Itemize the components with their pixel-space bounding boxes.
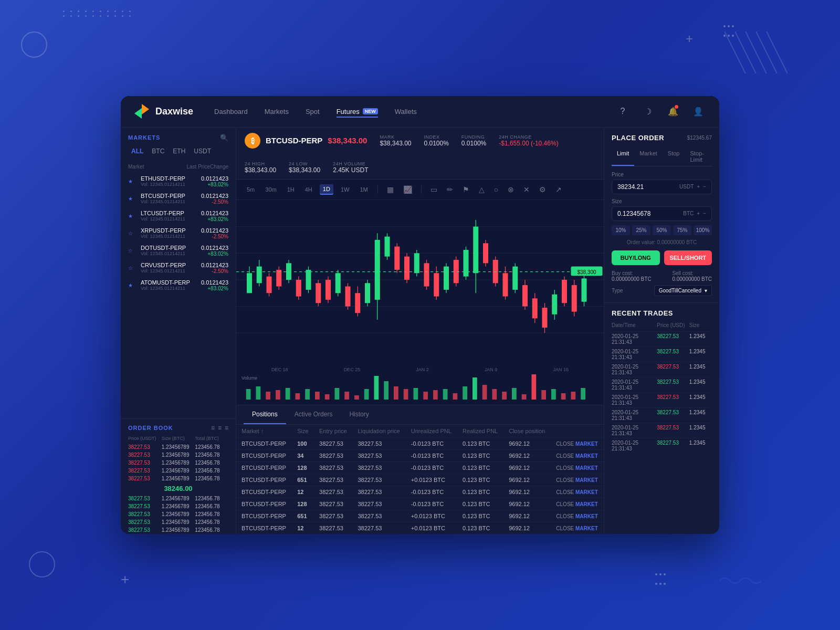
chart-date-labels: DEC 18 DEC 25 JAN 2 JAN 9 JAN 16	[236, 366, 604, 373]
ot-market[interactable]: Market	[634, 147, 663, 166]
bell-icon[interactable]: 🔔	[665, 103, 681, 120]
market-row-3[interactable]: ☆ XRPUSDT-PERP Vol: 12345.01214211 0.012…	[121, 225, 236, 242]
ot-stop[interactable]: Stop	[663, 147, 685, 166]
nav-markets[interactable]: Markets	[265, 106, 289, 118]
price-plus[interactable]: +	[697, 184, 700, 190]
th-market: Market ↑	[236, 425, 292, 438]
pct-100[interactable]: 100%	[694, 225, 712, 235]
nav-wallets[interactable]: Wallets	[395, 106, 417, 118]
ob-icon-2[interactable]: ≡	[218, 424, 222, 432]
help-icon[interactable]: ?	[614, 103, 631, 120]
filter-btc[interactable]: BTC	[149, 146, 167, 156]
size-plus[interactable]: +	[697, 211, 700, 216]
close-market-1[interactable]: MARKET	[575, 453, 598, 459]
bid-price-4: 38227.53	[128, 527, 162, 533]
close-market-3[interactable]: MARKET	[575, 477, 598, 483]
sell-short-button[interactable]: SELL/SHORT	[664, 250, 712, 265]
market-row-6[interactable]: ★ ATOMUSDT-PERP Vol: 12345.01214211 0.01…	[121, 277, 236, 294]
type-select[interactable]: GoodTillCancelled ▾	[654, 285, 712, 296]
tab-active-orders[interactable]: Active Orders	[286, 405, 341, 424]
filter-all[interactable]: ALL	[128, 146, 146, 156]
star-icon-2[interactable]: ★	[128, 213, 138, 219]
line-chart-icon[interactable]: 📈	[401, 184, 415, 195]
svg-rect-27	[316, 283, 321, 303]
close-market-7[interactable]: MARKET	[575, 526, 598, 531]
logo[interactable]: Daxwise	[133, 103, 193, 120]
tab-history[interactable]: History	[341, 405, 377, 424]
pct-10[interactable]: 10%	[612, 225, 630, 235]
settings-chart-icon[interactable]: ⚙	[537, 184, 549, 195]
price-label: Price	[612, 172, 712, 177]
market-change-3: -2.50%	[212, 234, 228, 239]
pen-tool-icon[interactable]: ✏	[444, 184, 456, 195]
price-input[interactable]: 38234.21 USDT + −	[612, 180, 712, 194]
th-liq: Liquidation price	[352, 425, 405, 438]
ask-total-4: 123456.78	[195, 476, 228, 481]
expand-chart-icon[interactable]: ↗	[553, 184, 564, 195]
filter-usdt[interactable]: USDT	[191, 146, 214, 156]
star-icon-4[interactable]: ☆	[128, 248, 138, 254]
star-icon-0[interactable]: ★	[128, 178, 138, 184]
market-row-0[interactable]: ★ ETHUSDT-PERP Vol: 12345.01214211 0.012…	[121, 173, 236, 190]
tab-positions[interactable]: Positions	[244, 405, 286, 424]
ask-size-3: 1.23456789	[162, 468, 195, 474]
pct-25[interactable]: 25%	[632, 225, 650, 235]
ot-stop-limit[interactable]: Stop-Limit	[685, 147, 712, 166]
star-icon-6[interactable]: ★	[128, 282, 138, 288]
rt-time-4: 2020-01-25 21:31:43	[612, 394, 657, 406]
close-market-6[interactable]: MARKET	[575, 513, 598, 519]
pos-market-3: BTCUSDT-PERP	[236, 474, 292, 486]
filter-eth[interactable]: ETH	[170, 146, 188, 156]
time-5m[interactable]: 5m	[244, 185, 258, 194]
market-row-5[interactable]: ☆ CRVUSDT-PERP Vol: 12345.01214211 0.012…	[121, 259, 236, 277]
ot-limit[interactable]: Limit	[612, 147, 634, 166]
size-minus[interactable]: −	[703, 211, 706, 216]
market-row-4[interactable]: ☆ DOTUSDT-PERP Vol: 12345.01214211 0.012…	[121, 242, 236, 259]
cross-tool-icon[interactable]: ✕	[521, 184, 532, 195]
po-title: PLACE ORDER	[612, 134, 664, 142]
ob-icon-1[interactable]: ≡	[211, 424, 215, 432]
candle-chart-icon[interactable]: ▦	[384, 184, 396, 195]
star-icon-1[interactable]: ★	[128, 196, 138, 202]
pct-50[interactable]: 50%	[653, 225, 671, 235]
svg-rect-77	[562, 280, 567, 303]
price-minus[interactable]: −	[703, 184, 706, 190]
market-row-1[interactable]: ★ BTCUSDT-PERP Vol: 12345.01214211 0.012…	[121, 190, 236, 207]
time-4h[interactable]: 4H	[302, 185, 316, 194]
nav-futures[interactable]: Futures NEW	[337, 106, 378, 118]
size-input[interactable]: 0.12345678 BTC + −	[612, 206, 712, 221]
nav-spot[interactable]: Spot	[306, 106, 320, 118]
market-row-2[interactable]: ★ LTCUSDT-PERP Vol: 12345.01214211 0.012…	[121, 207, 236, 225]
triangle-tool-icon[interactable]: △	[476, 184, 487, 195]
ob-icon-3[interactable]: ≡	[225, 424, 228, 432]
star-icon-3[interactable]: ☆	[128, 230, 138, 236]
market-price-5: 0.0121423	[201, 262, 228, 268]
time-1m-chart[interactable]: 1M	[356, 185, 371, 194]
time-1w[interactable]: 1W	[338, 185, 353, 194]
orderbook-title: ORDER BOOK	[128, 425, 173, 431]
user-icon[interactable]: 👤	[690, 103, 707, 120]
circle-tool-icon[interactable]: ○	[491, 184, 501, 195]
star-icon-5[interactable]: ☆	[128, 265, 138, 271]
theme-icon[interactable]: ☽	[639, 103, 656, 120]
flag-tool-icon[interactable]: ⚑	[460, 184, 472, 195]
close-market-2[interactable]: MARKET	[575, 465, 598, 471]
measure-tool-icon[interactable]: ⊗	[505, 184, 517, 195]
time-1d[interactable]: 1D	[320, 184, 333, 195]
rect-tool-icon[interactable]: ▭	[428, 184, 440, 195]
buy-long-button[interactable]: BUY/LONG	[612, 250, 660, 265]
close-market-0[interactable]: MARKET	[575, 441, 598, 447]
svg-rect-88	[276, 390, 280, 400]
svg-rect-119	[581, 388, 585, 400]
nav-dashboard[interactable]: Dashboard	[214, 106, 248, 118]
time-30m[interactable]: 30m	[262, 185, 279, 194]
svg-text:$38,300: $38,300	[577, 269, 596, 275]
close-market-4[interactable]: MARKET	[575, 489, 598, 495]
pct-75[interactable]: 75%	[673, 225, 691, 235]
ob-bid-row-3: 38227.53 1.23456789 123456.78	[121, 518, 236, 526]
close-market-5[interactable]: MARKET	[575, 501, 598, 507]
markets-search-icon[interactable]: 🔍	[220, 134, 228, 142]
pos-real-6: 0.123 BTC	[457, 510, 503, 522]
market-price-col-5: 0.0121423 -2.50%	[201, 262, 228, 274]
time-1h[interactable]: 1H	[284, 185, 298, 194]
